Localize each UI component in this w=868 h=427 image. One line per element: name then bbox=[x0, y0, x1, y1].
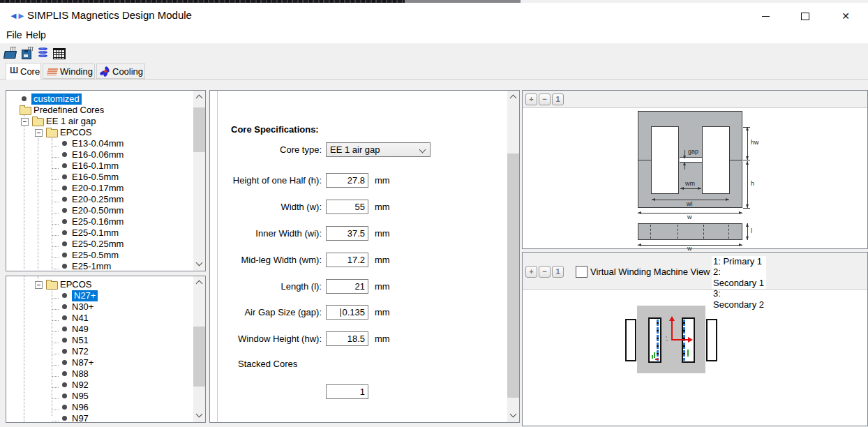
field-value: 18.5 bbox=[347, 334, 365, 344]
bullet-icon bbox=[62, 394, 67, 398]
scroll-down-button[interactable] bbox=[193, 410, 205, 421]
tree-item-customized[interactable]: customized bbox=[6, 93, 188, 105]
tree-item-e16-0-1mm[interactable]: E16-0.1mm bbox=[6, 160, 188, 172]
core-split-line bbox=[638, 160, 651, 160]
field-value: 17.2 bbox=[347, 255, 365, 265]
window-height-input[interactable]: 18.5 bbox=[326, 331, 368, 346]
winding-layer-left bbox=[657, 320, 659, 361]
tree-item-e20-0-17mm[interactable]: E20-0.17mm bbox=[6, 183, 188, 194]
tree-stub-line bbox=[52, 246, 59, 247]
close-button[interactable]: ✕ bbox=[830, 6, 862, 28]
tab-cooling[interactable]: Cooling bbox=[96, 63, 145, 79]
bullet-icon bbox=[62, 304, 67, 309]
scroll-down-button[interactable] bbox=[193, 258, 205, 270]
bullet-icon bbox=[62, 174, 67, 179]
tree-item-n88[interactable]: N88 bbox=[6, 368, 188, 380]
maximize-button[interactable] bbox=[789, 6, 821, 28]
tree-item-e16-0-5mm[interactable]: E16-0.5mm bbox=[6, 172, 188, 183]
field-unit: mm bbox=[375, 307, 390, 317]
open-icon[interactable] bbox=[4, 47, 17, 59]
tree-item-e25-0-25mm[interactable]: E25-0.25mm bbox=[6, 239, 188, 250]
scroll-down-button[interactable] bbox=[507, 410, 519, 421]
air-gap-input[interactable]: 0.135 bbox=[326, 305, 368, 320]
tree-item-epcos[interactable]: EPCOS bbox=[6, 279, 188, 290]
tree-stub-line bbox=[52, 365, 59, 366]
l-arrow bbox=[746, 223, 749, 227]
tree-item-n92[interactable]: N92 bbox=[6, 380, 188, 391]
vwm-checkbox-label: Virtual Winding Machine View bbox=[590, 267, 710, 277]
tree-item-n87-[interactable]: N87+ bbox=[6, 357, 188, 368]
menu-file[interactable]: File bbox=[3, 27, 25, 43]
core-side-view bbox=[638, 223, 742, 240]
scroll-up-button[interactable] bbox=[193, 277, 205, 289]
tree-item-e25-1mm[interactable]: E25-1mm bbox=[6, 261, 188, 272]
core-type-select[interactable]: EE 1 air gap bbox=[326, 142, 431, 157]
height-input[interactable]: 27.8 bbox=[326, 173, 368, 188]
scrollbar-thumb[interactable] bbox=[193, 327, 205, 387]
field-unit: mm bbox=[375, 175, 390, 186]
tab-winding[interactable]: Winding bbox=[43, 63, 95, 79]
tree-item-label: N95 bbox=[72, 391, 89, 402]
tree-item-n30-[interactable]: N30+ bbox=[6, 301, 188, 313]
bullet-icon bbox=[62, 349, 67, 354]
zoom-reset-button[interactable]: 1 bbox=[552, 266, 564, 278]
outer-bobbin-left bbox=[625, 319, 636, 361]
scrollbar-thumb[interactable] bbox=[193, 107, 205, 152]
zoom-reset-button[interactable]: 1 bbox=[552, 93, 564, 105]
tree-item-e13-0-04mm[interactable]: E13-0.04mm bbox=[6, 138, 188, 149]
field-label: Mid-leg Width (wm): bbox=[217, 255, 322, 265]
expand-collapse-box[interactable] bbox=[35, 129, 43, 137]
tree-item-n27-[interactable]: N27+ bbox=[6, 290, 188, 301]
field-label: Width (w): bbox=[217, 202, 322, 212]
midleg-width-input[interactable]: 17.2 bbox=[326, 253, 368, 267]
parameter-table-icon[interactable] bbox=[53, 47, 66, 59]
tree-item-e25-0-16mm[interactable]: E25-0.16mm bbox=[6, 216, 188, 227]
zoom-in-button[interactable]: + bbox=[525, 266, 537, 278]
h-arrow bbox=[746, 204, 749, 208]
tree-item-n96[interactable]: N96 bbox=[6, 402, 188, 413]
minimize-button[interactable] bbox=[749, 6, 781, 28]
zoom-out-button[interactable]: − bbox=[539, 93, 551, 105]
expand-collapse-box[interactable] bbox=[35, 281, 43, 289]
tree-item-epcos[interactable]: EPCOS bbox=[6, 127, 188, 138]
tree-item-n72[interactable]: N72 bbox=[6, 346, 188, 357]
width-input[interactable]: 55 bbox=[326, 200, 368, 214]
tree-item-n95[interactable]: N95 bbox=[6, 391, 188, 402]
tree-item-n41[interactable]: N41 bbox=[6, 313, 188, 324]
stacked-cores-input[interactable]: 1 bbox=[326, 384, 368, 399]
tab-winding-label: Winding bbox=[60, 66, 93, 77]
tree-item-label: E16-0.5mm bbox=[72, 172, 119, 183]
winding-view-panel: + − 1 Virtual Winding Machine View 1: Pr… bbox=[522, 252, 868, 426]
tab-core-label: Core bbox=[20, 66, 40, 77]
tree-item-e20-0-50mm[interactable]: E20-0.50mm bbox=[6, 205, 188, 216]
bullet-icon bbox=[62, 230, 67, 235]
chevron-up-icon bbox=[510, 95, 517, 102]
tree-item-e25-0-5mm[interactable]: E25-0.5mm bbox=[6, 250, 188, 261]
zoom-in-button[interactable]: + bbox=[525, 93, 537, 105]
form-heading: Core Specifications: bbox=[231, 124, 319, 135]
tree-item-ee-1-air-gap[interactable]: EE 1 air gap bbox=[6, 116, 188, 127]
tree-item-n51[interactable]: N51 bbox=[6, 335, 188, 346]
scrollbar-thumb[interactable] bbox=[507, 153, 519, 398]
tree-item-e16-0-06mm[interactable]: E16-0.06mm bbox=[6, 149, 188, 160]
tab-core[interactable]: Ш Core bbox=[6, 63, 41, 80]
vwm-checkbox[interactable] bbox=[576, 266, 588, 278]
save-icon[interactable] bbox=[22, 47, 34, 59]
tree-item-e25-0-1mm[interactable]: E25-0.1mm bbox=[6, 227, 188, 239]
length-input[interactable]: 21 bbox=[326, 279, 368, 294]
inner-width-input[interactable]: 37.5 bbox=[326, 226, 368, 241]
zoom-out-button[interactable]: − bbox=[539, 266, 551, 278]
scroll-up-button[interactable] bbox=[193, 91, 205, 103]
tree-item-n97[interactable]: N97 bbox=[6, 413, 188, 424]
winding-mark-red bbox=[655, 359, 659, 360]
l-label: l bbox=[751, 228, 752, 234]
tree-item-label: Predefined Cores bbox=[33, 105, 104, 116]
tree-item-n49[interactable]: N49 bbox=[6, 324, 188, 335]
menu-help[interactable]: Help bbox=[23, 27, 49, 43]
materials-stack-icon[interactable] bbox=[38, 47, 50, 59]
tree-item-e20-0-25mm[interactable]: E20-0.25mm bbox=[6, 194, 188, 205]
scroll-up-button[interactable] bbox=[507, 91, 519, 103]
expand-collapse-box[interactable] bbox=[21, 118, 29, 126]
bullet-icon bbox=[62, 253, 67, 257]
tree-item-predefined-cores[interactable]: Predefined Cores bbox=[6, 105, 188, 116]
